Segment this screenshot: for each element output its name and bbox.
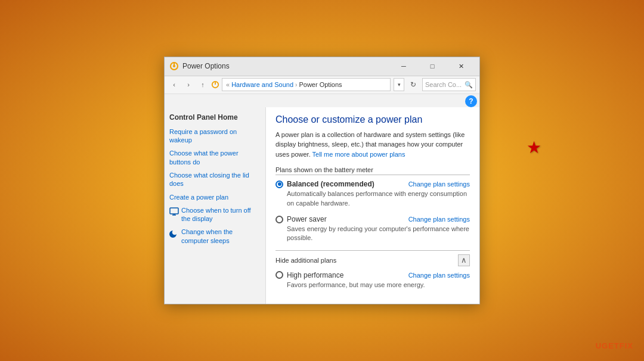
plan-row-power-saver: Power saver Change plan settings: [275, 215, 470, 223]
plan-item-high-performance: High performance Change plan settings Fa…: [275, 271, 470, 290]
watermark: UGETFIX: [596, 341, 633, 350]
sidebar-item-lid[interactable]: Choose what closing the lid does: [169, 171, 261, 188]
plan-radio-balanced[interactable]: [275, 181, 283, 188]
plan-radio-high-performance[interactable]: [275, 271, 283, 279]
breadcrumb-separator: ›: [295, 82, 297, 88]
sidebar-item-power-buttons[interactable]: Choose what the power buttons do: [169, 149, 261, 166]
hide-plans-label: Hide additional plans: [275, 257, 336, 264]
content-title: Choose or customize a power plan: [275, 114, 470, 125]
up-button[interactable]: ↑: [197, 79, 209, 91]
content-description: A power plan is a collection of hardware…: [275, 130, 470, 160]
plan-label-power-saver[interactable]: Power saver: [275, 215, 327, 223]
titlebar-buttons: ─ □ ✕: [390, 57, 475, 76]
sidebar-item-display[interactable]: Choose when to turn off the display: [169, 206, 261, 223]
plan-change-link-power-saver[interactable]: Change plan settings: [408, 216, 470, 223]
section-header-label: Plans shown on the battery meter: [275, 166, 373, 173]
addressbar: ‹ › ↑ « Hardware and Sound › Power Optio…: [165, 76, 479, 94]
breadcrumb-root: «: [226, 81, 230, 88]
watermark-prefix: UGET: [596, 341, 620, 350]
plan-name-balanced: Balanced (recommended): [287, 180, 374, 188]
sidebar-item-wakeup[interactable]: Require a password on wakeup: [169, 127, 261, 145]
main-layout: Control Panel Home Require a password on…: [165, 107, 479, 304]
search-icon[interactable]: 🔍: [465, 81, 473, 89]
annotation-star: ★: [527, 137, 541, 157]
svg-point-2: [173, 65, 175, 67]
sidebar-title: Control Panel Home: [169, 113, 261, 122]
content-area: Choose or customize a power plan A power…: [266, 107, 479, 304]
close-button[interactable]: ✕: [447, 57, 475, 76]
plan-item-balanced: Balanced (recommended) Change plan setti…: [275, 180, 470, 208]
search-placeholder: Search Co...: [425, 81, 462, 88]
sidebar-item-sleep[interactable]: Change when the computer sleeps: [169, 228, 261, 245]
maximize-button[interactable]: □: [419, 57, 446, 76]
plan-name-high-performance: High performance: [287, 271, 343, 279]
minimize-button[interactable]: ─: [390, 57, 417, 76]
plan-row-balanced: Balanced (recommended) Change plan setti…: [275, 180, 470, 188]
plan-desc-high-performance: Favors performance, but may use more ene…: [287, 281, 470, 290]
breadcrumb-current: Power Options: [299, 81, 342, 88]
plan-desc-balanced: Automatically balances performance with …: [287, 189, 470, 208]
sidebar-item-create-plan[interactable]: Create a power plan: [169, 193, 261, 201]
search-box[interactable]: Search Co... 🔍: [422, 78, 476, 91]
hide-plans-row: Hide additional plans ∧: [275, 250, 470, 266]
tell-me-more-link[interactable]: Tell me more about power plans: [312, 151, 405, 158]
address-dropdown[interactable]: ▾: [394, 78, 404, 91]
address-icon: [211, 80, 219, 89]
collapse-button[interactable]: ∧: [458, 254, 470, 266]
titlebar-title: Power Options: [182, 62, 390, 70]
refresh-button[interactable]: ↻: [407, 78, 420, 91]
plan-row-high-performance: High performance Change plan settings: [275, 271, 470, 279]
help-button[interactable]: ?: [465, 95, 477, 107]
plan-change-link-balanced[interactable]: Change plan settings: [408, 181, 470, 188]
sidebar: Control Panel Home Require a password on…: [165, 107, 266, 304]
address-path[interactable]: « Hardware and Sound › Power Options: [222, 78, 391, 91]
back-button[interactable]: ‹: [168, 79, 180, 91]
monitor-icon: [169, 207, 179, 216]
plan-change-link-high-performance[interactable]: Change plan settings: [408, 272, 470, 279]
plan-radio-power-saver[interactable]: [275, 216, 283, 223]
plan-name-power-saver: Power saver: [287, 215, 327, 223]
plan-label-high-performance[interactable]: High performance: [275, 271, 343, 279]
forward-button[interactable]: ›: [182, 79, 194, 91]
breadcrumb-parent[interactable]: Hardware and Sound: [231, 81, 293, 88]
help-area: ?: [165, 94, 479, 107]
plan-item-power-saver: Power saver Change plan settings Saves e…: [275, 215, 470, 243]
power-icon: [169, 61, 179, 71]
power-options-window: Power Options ─ □ ✕ ‹ › ↑ « Hardware and…: [164, 57, 480, 304]
plan-label-balanced[interactable]: Balanced (recommended): [275, 180, 374, 188]
svg-rect-5: [170, 208, 178, 214]
plan-desc-power-saver: Saves energy by reducing your computer's…: [287, 225, 470, 243]
battery-meter-section-header: Plans shown on the battery meter: [275, 166, 470, 175]
titlebar: Power Options ─ □ ✕: [165, 57, 479, 76]
moon-icon: [169, 228, 179, 238]
watermark-suffix: FIX: [620, 341, 633, 350]
